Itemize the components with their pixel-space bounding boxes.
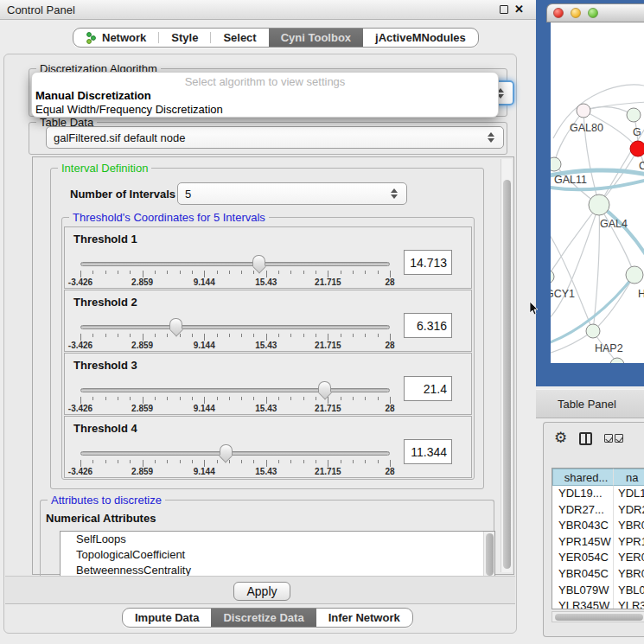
threshold-2-label: Threshold 2 <box>73 296 137 309</box>
svg-text:GAL11: GAL11 <box>554 174 587 186</box>
zoom-traffic-light-icon[interactable] <box>588 8 598 18</box>
panel-title: Control Panel <box>7 3 75 16</box>
cyni-toolbox-panel: Discretization Algorithm Table Data galF… <box>3 54 517 634</box>
tab-select[interactable]: Select <box>211 29 268 47</box>
network-node[interactable] <box>551 270 554 284</box>
network-view-window: GAL80GCGAL11GAL4GCY1HHAP2 <box>536 0 644 386</box>
threshold-2-box: Threshold 2 -3.4262.8599.14415.4321.7152… <box>64 290 472 352</box>
tab-label: Cyni Toolbox <box>281 31 351 44</box>
svg-text:G: G <box>633 126 641 138</box>
table-row[interactable]: YBL079WYBL0 <box>552 583 644 599</box>
tab-discretize-data[interactable]: Discretize Data <box>211 609 316 627</box>
threshold-1-slider-thumb[interactable] <box>252 255 265 271</box>
column-header-shared-name[interactable]: shared... <box>552 469 614 486</box>
algorithm-dropdown-popup: Select algorithm to view settings Manual… <box>31 72 499 118</box>
network-node[interactable] <box>627 108 641 122</box>
tab-label: Select <box>223 31 256 44</box>
close-traffic-light-icon[interactable] <box>553 8 564 18</box>
threshold-3-value-field[interactable]: 21.4 <box>404 376 452 401</box>
table-row[interactable]: YBR043CYBR0 <box>552 518 644 534</box>
num-intervals-value: 5 <box>185 188 191 201</box>
table-panel-titlebar: Table Panel <box>536 389 644 418</box>
network-node[interactable] <box>626 266 643 284</box>
slider-tick-labels: -3.4262.8599.14415.4321.71528 <box>80 404 390 414</box>
combo-stepper-icon <box>391 188 399 199</box>
minimize-traffic-light-icon[interactable] <box>571 8 581 18</box>
table-row[interactable]: YDL19...YDL1 <box>552 486 644 502</box>
threshold-4-box: Threshold 4 -3.4262.8599.14415.4321.7152… <box>64 416 472 478</box>
threshold-2-slider-track[interactable] <box>80 325 390 329</box>
attributes-list-scrollbar[interactable] <box>483 532 494 577</box>
numerical-attributes-list[interactable]: SelfLoopsTopologicalCoefficientBetweenne… <box>60 531 495 578</box>
network-node[interactable] <box>586 324 600 338</box>
tab-impute-data[interactable]: Impute Data <box>123 609 211 627</box>
svg-text:C: C <box>639 160 644 172</box>
attributes-group-label: Attributes to discretize <box>48 494 165 507</box>
num-intervals-combobox[interactable]: 5 <box>177 182 407 205</box>
threshold-2-slider-thumb[interactable] <box>169 318 182 334</box>
network-node[interactable] <box>610 358 624 363</box>
algorithm-option-equal-width[interactable]: Equal Width/Frequency Discretization <box>32 103 498 117</box>
network-node[interactable] <box>630 141 644 156</box>
threshold-3-slider-thumb[interactable] <box>318 381 331 397</box>
thresholds-group-label: Threshold's Coordinates for 5 Intervals <box>69 211 269 224</box>
algorithm-option-manual[interactable]: Manual Discretization <box>32 89 498 103</box>
network-node[interactable] <box>589 194 609 215</box>
checkbox-icon <box>604 434 613 443</box>
table-horizontal-scrollbar[interactable] <box>552 611 644 622</box>
tab-cyni-toolbox[interactable]: Cyni Toolbox <box>269 29 363 47</box>
num-intervals-label: Number of Intervals <box>70 188 175 201</box>
attributes-group: Attributes to discretize Numerical Attri… <box>40 500 494 583</box>
svg-text:GAL80: GAL80 <box>570 122 603 134</box>
combo-stepper-icon <box>488 132 496 143</box>
bottom-tab-bar: Impute Data Discretize Data Infer Networ… <box>122 608 413 628</box>
network-node[interactable] <box>551 157 561 171</box>
algorithm-prompt: Select algorithm to view settings <box>32 73 498 89</box>
threshold-3-box: Threshold 3 -3.4262.8599.14415.4321.7152… <box>64 353 472 415</box>
close-icon[interactable]: ✕ <box>514 5 524 14</box>
attribute-list-item[interactable]: SelfLoops <box>61 532 494 547</box>
table-row[interactable]: YER054CYER0 <box>552 550 644 566</box>
slider-tick-labels: -3.4262.8599.14415.4321.71528 <box>80 277 390 288</box>
threshold-1-slider-track[interactable] <box>80 262 390 266</box>
threshold-1-value-field[interactable]: 14.713 <box>404 250 452 275</box>
interval-definition-group: Interval Definition Number of Intervals … <box>50 168 484 489</box>
table-row[interactable]: YLR345WYLR3 <box>552 598 644 609</box>
tab-network[interactable]: Network <box>73 29 158 47</box>
network-icon <box>86 32 97 44</box>
node-attribute-table[interactable]: shared... na YDL19...YDL1YDR27...YDR2YBR… <box>552 468 644 609</box>
network-window-titlebar[interactable] <box>546 3 644 22</box>
tab-label: jActiveMNodules <box>375 31 466 44</box>
threshold-3-slider-track[interactable] <box>80 388 390 392</box>
threshold-4-slider-track[interactable] <box>80 451 390 456</box>
columns-icon[interactable] <box>579 432 592 445</box>
svg-text:GCY1: GCY1 <box>551 288 575 300</box>
tab-label: Discretize Data <box>223 611 303 624</box>
table-row[interactable]: YPR145WYPR1 <box>552 534 644 551</box>
svg-text:GAL4: GAL4 <box>600 218 628 230</box>
table-data-value: galFiltered.sif default node <box>54 131 185 144</box>
tab-jactivemnodules[interactable]: jActiveMNodules <box>363 29 478 47</box>
threshold-1-box: Threshold 1 -3.4262.8599.14415.4321.7152… <box>64 226 472 289</box>
column-header-name[interactable]: na <box>614 469 644 486</box>
attribute-list-item[interactable]: TopologicalCoefficient <box>61 547 494 563</box>
gear-icon[interactable]: ⚙ <box>554 431 567 445</box>
checkbox-icon <box>615 434 623 443</box>
interval-definition-label: Interval Definition <box>58 162 151 175</box>
select-columns-icon[interactable] <box>604 434 623 443</box>
float-window-icon[interactable] <box>500 5 508 14</box>
table-row[interactable]: YBR045CYBR0 <box>552 566 644 583</box>
svg-text:HAP2: HAP2 <box>595 342 623 354</box>
panel-vertical-scrollbar[interactable] <box>501 159 512 572</box>
tab-infer-network[interactable]: Infer Network <box>316 609 412 627</box>
threshold-4-value-field[interactable]: 11.344 <box>404 439 452 464</box>
table-data-combobox[interactable]: galFiltered.sif default node <box>46 126 504 149</box>
apply-button[interactable]: Apply <box>233 582 290 601</box>
threshold-4-slider-thumb[interactable] <box>220 444 233 460</box>
table-row[interactable]: YDR27...YDR2 <box>552 502 644 519</box>
network-canvas[interactable]: GAL80GCGAL11GAL4GCY1HHAP2 <box>551 22 644 363</box>
threshold-2-value-field[interactable]: 6.316 <box>404 313 452 338</box>
top-tab-bar: Network Style Select Cyni Toolbox jActiv… <box>73 28 479 48</box>
tab-style[interactable]: Style <box>159 29 210 47</box>
network-node[interactable] <box>577 104 590 118</box>
